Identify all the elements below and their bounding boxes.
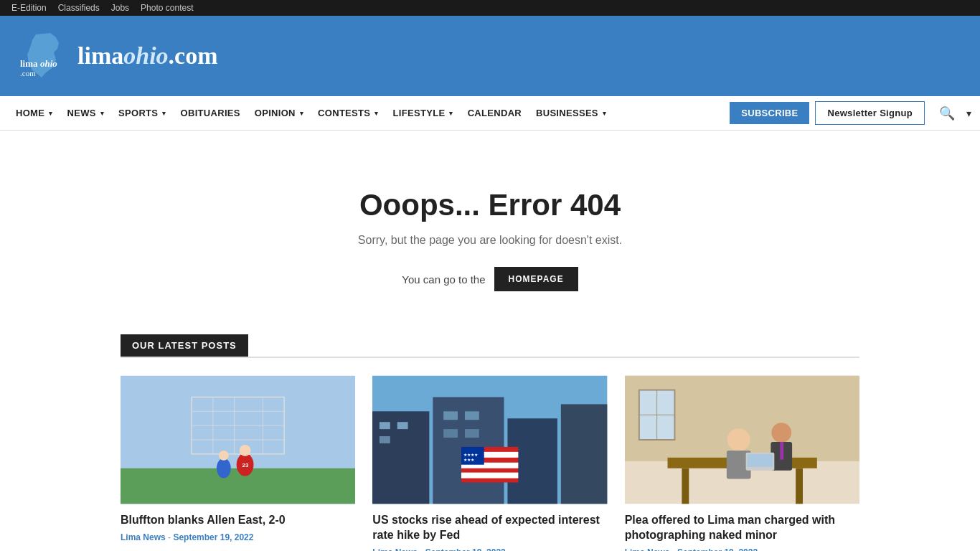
svg-rect-25 bbox=[444, 411, 458, 420]
top-bar-link-photo-contest[interactable]: Photo contest bbox=[141, 3, 193, 13]
error-subtitle: Sorry, but the page you are looking for … bbox=[29, 234, 951, 247]
error-section: Ooops... Error 404 Sorry, but the page y… bbox=[14, 159, 966, 334]
svg-text:ohio: ohio bbox=[40, 58, 57, 69]
svg-rect-40 bbox=[796, 468, 803, 504]
homepage-button[interactable]: HOMEPAGE bbox=[494, 267, 578, 291]
post-date-3: September 19, 2022 bbox=[677, 547, 758, 551]
logo[interactable]: lima ohio .com limaohio.com bbox=[14, 27, 218, 85]
sports-chevron-icon: ▾ bbox=[162, 110, 166, 117]
section-title: OUR LATEST POSTS bbox=[121, 334, 248, 357]
post-image-stocks: ★★★★ ★★★ bbox=[372, 375, 607, 504]
post-card-3: Plea offered to Lima man charged with ph… bbox=[625, 375, 859, 551]
svg-point-41 bbox=[727, 428, 750, 451]
svg-rect-47 bbox=[747, 454, 773, 467]
main-nav: HOME ▾ NEWS ▾ SPORTS ▾ OBITUARIES OPINIO… bbox=[0, 96, 980, 131]
nav-items: HOME ▾ NEWS ▾ SPORTS ▾ OBITUARIES OPINIO… bbox=[9, 96, 730, 130]
post-card-2: ★★★★ ★★★ US stocks rise ahead of expecte… bbox=[372, 375, 607, 551]
post-title-1[interactable]: Bluffton blanks Allen East, 2-0 bbox=[121, 513, 355, 528]
search-icon[interactable]: 🔍 bbox=[939, 105, 955, 121]
svg-point-16 bbox=[219, 451, 229, 461]
svg-rect-11 bbox=[121, 468, 355, 504]
nav-item-obituaries[interactable]: OBITUARIES bbox=[174, 96, 248, 130]
nav-item-lifestyle[interactable]: LIFESTYLE ▾ bbox=[386, 96, 461, 130]
post-category-2: Lima News bbox=[372, 547, 418, 551]
post-category-1: Lima News bbox=[121, 532, 166, 542]
svg-rect-26 bbox=[465, 411, 479, 420]
svg-rect-23 bbox=[397, 422, 408, 429]
posts-grid: 23 Bluffton blanks Allen East, 2-0 Lima … bbox=[121, 375, 859, 551]
homepage-prompt: You can go to the bbox=[402, 273, 485, 286]
post-date-2: September 19, 2022 bbox=[425, 547, 506, 551]
svg-text:★★★★: ★★★★ bbox=[463, 453, 478, 457]
svg-rect-21 bbox=[561, 404, 607, 504]
svg-point-13 bbox=[240, 445, 251, 456]
subscribe-button[interactable]: Subscribe bbox=[730, 102, 809, 124]
svg-rect-28 bbox=[465, 429, 479, 438]
nav-item-businesses[interactable]: BUSINESSES ▾ bbox=[529, 96, 613, 130]
post-image-soccer: 23 bbox=[121, 375, 355, 504]
opinion-chevron-icon: ▾ bbox=[300, 110, 303, 117]
post-card-1: 23 Bluffton blanks Allen East, 2-0 Lima … bbox=[121, 375, 355, 551]
nav-item-news[interactable]: NEWS ▾ bbox=[60, 96, 112, 130]
ohio-map-icon: lima ohio .com bbox=[14, 27, 72, 85]
svg-point-15 bbox=[217, 458, 231, 479]
top-bar: E-Edition Classifieds Jobs Photo contest bbox=[0, 0, 980, 16]
newsletter-button[interactable]: Newsletter Signup bbox=[815, 101, 925, 125]
home-chevron-icon: ▾ bbox=[49, 110, 52, 117]
nav-item-contests[interactable]: CONTESTS ▾ bbox=[311, 96, 386, 130]
post-meta-1: Lima News - September 19, 2022 bbox=[121, 532, 355, 542]
top-bar-link-e-edition[interactable]: E-Edition bbox=[11, 3, 47, 13]
svg-rect-39 bbox=[682, 468, 689, 504]
svg-rect-27 bbox=[444, 429, 458, 438]
nav-dropdown-arrow-icon[interactable]: ▾ bbox=[966, 108, 971, 119]
homepage-row: You can go to the HOMEPAGE bbox=[29, 267, 951, 291]
section-header: OUR LATEST POSTS bbox=[121, 334, 859, 358]
nav-right: Subscribe Newsletter Signup 🔍 ▾ bbox=[730, 101, 971, 125]
svg-point-43 bbox=[771, 423, 791, 443]
nav-item-opinion[interactable]: OPINION ▾ bbox=[248, 96, 311, 130]
nav-item-sports[interactable]: SPORTS ▾ bbox=[111, 96, 174, 130]
svg-text:.com: .com bbox=[20, 69, 36, 77]
svg-text:★★★: ★★★ bbox=[463, 458, 474, 462]
svg-text:lima: lima bbox=[20, 58, 38, 69]
error-title: Ooops... Error 404 bbox=[29, 188, 951, 222]
post-meta-2: Lima News - September 19, 2022 bbox=[372, 547, 607, 551]
post-date-1: September 19, 2022 bbox=[173, 532, 253, 542]
news-chevron-icon: ▾ bbox=[100, 110, 104, 117]
nav-item-home[interactable]: HOME ▾ bbox=[9, 96, 60, 130]
svg-text:23: 23 bbox=[242, 462, 249, 468]
post-title-2[interactable]: US stocks rise ahead of expected interes… bbox=[372, 513, 607, 543]
businesses-chevron-icon: ▾ bbox=[603, 110, 606, 117]
post-category-3: Lima News bbox=[625, 547, 670, 551]
top-bar-link-jobs[interactable]: Jobs bbox=[111, 3, 129, 13]
post-title-3[interactable]: Plea offered to Lima man charged with ph… bbox=[625, 513, 859, 543]
contests-chevron-icon: ▾ bbox=[374, 110, 378, 117]
site-header: lima ohio .com limaohio.com bbox=[0, 16, 980, 96]
lifestyle-chevron-icon: ▾ bbox=[449, 110, 453, 117]
post-image-court bbox=[625, 375, 859, 504]
top-bar-link-classifieds[interactable]: Classifieds bbox=[58, 3, 100, 13]
svg-rect-24 bbox=[380, 436, 390, 443]
post-meta-3: Lima News - September 19, 2022 bbox=[625, 547, 859, 551]
main-content: Ooops... Error 404 Sorry, but the page y… bbox=[0, 131, 980, 551]
svg-rect-32 bbox=[461, 473, 518, 479]
svg-rect-45 bbox=[780, 442, 783, 460]
nav-item-calendar[interactable]: CALENDAR bbox=[461, 96, 529, 130]
svg-rect-22 bbox=[380, 422, 390, 429]
latest-section: OUR LATEST POSTS bbox=[14, 334, 966, 551]
